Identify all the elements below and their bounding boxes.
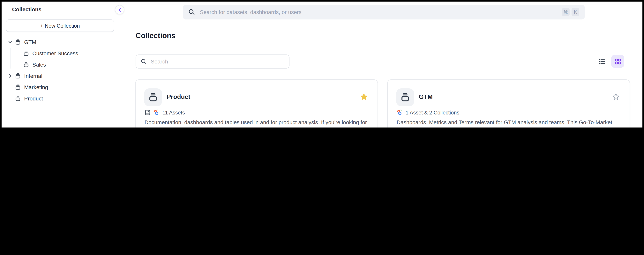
looker-icon <box>396 109 403 116</box>
tree-guide-line <box>10 48 11 68</box>
grid-icon <box>614 58 621 65</box>
card-meta-text: 11 Assets <box>162 110 185 115</box>
star-filled-icon[interactable] <box>360 93 368 101</box>
search-icon <box>141 58 147 65</box>
collection-icon <box>400 92 410 102</box>
sidebar-item-label: GTM <box>24 39 36 45</box>
new-collection-button[interactable]: + New Collection <box>6 19 114 32</box>
chevron-down-icon[interactable] <box>8 39 12 44</box>
sidebar-item-label: Marketing <box>24 84 48 90</box>
sidebar-item-internal[interactable]: Internal <box>2 70 118 81</box>
sidebar-title: Collections <box>12 6 42 12</box>
collections-tree: GTM Customer Success Sales Internal Mark… <box>2 36 118 104</box>
sidebar-item-gtm[interactable]: GTM <box>2 36 118 47</box>
chevron-spacer <box>8 85 12 89</box>
collection-icon <box>15 73 21 79</box>
card-description: Dashboards, Metrics and Terms relevant f… <box>396 118 620 127</box>
list-view-button[interactable] <box>598 57 606 65</box>
search-icon <box>188 8 195 15</box>
sidebar-item-customer-success[interactable]: Customer Success <box>2 47 118 59</box>
app-window: Collections + New Collection GTM Custome… <box>2 1 642 127</box>
collection-icon <box>23 61 29 67</box>
sidebar-collapse-button[interactable] <box>115 5 124 14</box>
card-description: Documentation, dashboards and tables use… <box>144 118 368 127</box>
sidebar-item-product[interactable]: Product <box>2 93 118 104</box>
collection-icon <box>148 92 158 102</box>
looker-icon <box>154 109 160 116</box>
screenshot-stage: Collections + New Collection GTM Custome… <box>0 0 644 127</box>
global-search-input[interactable] <box>200 9 562 15</box>
cmd-key: ⌘ <box>562 8 570 16</box>
collection-icon-tile <box>144 88 162 106</box>
k-key: K <box>572 8 579 16</box>
collections-search-input[interactable] <box>151 58 284 65</box>
sidebar-item-label: Product <box>24 95 43 101</box>
collection-card-gtm[interactable]: GTM 1 Asset & 2 Collections Dashboards, … <box>387 79 630 127</box>
grid-view-button[interactable] <box>611 55 624 68</box>
chevron-spacer <box>8 96 12 101</box>
chevron-right-icon[interactable] <box>8 73 12 78</box>
global-search-bar[interactable]: ⌘ K <box>183 5 585 19</box>
star-outline-icon[interactable] <box>612 93 620 101</box>
page-title: Collections <box>136 31 176 40</box>
collection-icon <box>15 95 21 101</box>
sidebar-item-label: Internal <box>24 73 42 79</box>
sidebar-item-sales[interactable]: Sales <box>2 59 118 70</box>
chevron-left-icon <box>117 7 122 12</box>
collection-cards-grid: Product 11 Assets Documentation, dashboa… <box>135 79 630 127</box>
sidebar-item-marketing[interactable]: Marketing <box>2 81 118 93</box>
collection-icon <box>15 39 21 45</box>
collection-icon-tile <box>396 88 414 106</box>
book-icon <box>144 109 151 116</box>
keyboard-shortcut: ⌘ K <box>562 8 579 16</box>
collections-sidebar: Collections + New Collection GTM Custome… <box>2 1 119 127</box>
card-meta: 1 Asset & 2 Collections <box>396 109 459 116</box>
collection-icon <box>23 50 29 56</box>
card-meta: 11 Assets <box>144 109 185 116</box>
sidebar-item-label: Sales <box>32 61 46 67</box>
view-toggle-group <box>598 55 624 68</box>
collection-card-product[interactable]: Product 11 Assets Documentation, dashboa… <box>135 79 378 127</box>
card-title: Product <box>167 93 190 100</box>
card-title: GTM <box>419 93 433 100</box>
collection-icon <box>15 84 21 90</box>
sidebar-item-label: Customer Success <box>32 50 78 56</box>
card-meta-text: 1 Asset & 2 Collections <box>406 110 459 115</box>
collections-search-box[interactable] <box>136 54 290 68</box>
